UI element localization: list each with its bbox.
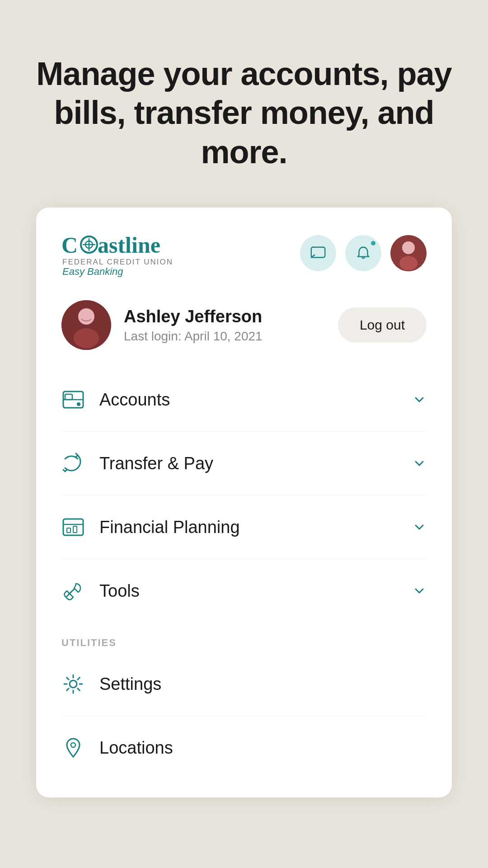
user-details: Ashley Jefferson Last login: April 10, 2… bbox=[124, 307, 263, 344]
svg-point-10 bbox=[399, 256, 418, 270]
menu-item-settings[interactable]: Settings bbox=[61, 652, 427, 716]
tools-chevron bbox=[412, 584, 427, 598]
user-section: Ashley Jefferson Last login: April 10, 2… bbox=[36, 291, 452, 368]
logo-svg: C astline bbox=[61, 229, 161, 261]
logo: C astline FEDERAL CREDIT UNION Easy Bank… bbox=[61, 229, 173, 277]
transfer-icon bbox=[61, 452, 85, 475]
utilities-label: UTILITIES bbox=[36, 623, 452, 652]
transfer-chevron bbox=[412, 456, 427, 471]
menu-item-tools[interactable]: Tools bbox=[61, 559, 427, 623]
locations-label: Locations bbox=[99, 738, 427, 758]
svg-point-12 bbox=[78, 308, 94, 325]
svg-rect-16 bbox=[65, 394, 72, 400]
svg-text:C: C bbox=[61, 232, 78, 258]
user-last-login: Last login: April 10, 2021 bbox=[124, 329, 263, 344]
svg-text:astline: astline bbox=[98, 232, 160, 258]
card-header: C astline FEDERAL CREDIT UNION Easy Bank… bbox=[36, 208, 452, 291]
svg-point-14 bbox=[74, 328, 99, 348]
svg-point-18 bbox=[77, 402, 80, 406]
utilities-list: Settings Locations bbox=[36, 652, 452, 779]
locations-icon bbox=[61, 736, 85, 760]
hero-section: Manage your accounts, pay bills, transfe… bbox=[0, 0, 488, 208]
svg-rect-22 bbox=[73, 526, 77, 533]
main-card: C astline FEDERAL CREDIT UNION Easy Bank… bbox=[36, 208, 452, 797]
notification-icon bbox=[355, 245, 372, 262]
chat-button[interactable] bbox=[300, 235, 336, 271]
user-avatar bbox=[61, 300, 111, 350]
user-info: Ashley Jefferson Last login: April 10, 2… bbox=[61, 300, 263, 350]
transfer-label: Transfer & Pay bbox=[99, 454, 398, 473]
user-avatar-icon bbox=[61, 300, 111, 350]
accounts-icon bbox=[61, 388, 85, 411]
logout-button[interactable]: Log out bbox=[338, 307, 427, 343]
tools-label: Tools bbox=[99, 581, 398, 601]
logo-name-row: C astline bbox=[61, 229, 173, 261]
notification-button[interactable] bbox=[345, 235, 381, 271]
header-icons bbox=[300, 235, 427, 271]
menu-item-transfer-pay[interactable]: Transfer & Pay bbox=[61, 432, 427, 495]
menu-item-financial-planning[interactable]: Financial Planning bbox=[61, 495, 427, 559]
chat-icon bbox=[310, 245, 327, 262]
menu-list: Accounts Transfer & Pay bbox=[36, 368, 452, 623]
user-name: Ashley Jefferson bbox=[124, 307, 263, 326]
tools-icon bbox=[61, 579, 85, 603]
header-avatar[interactable] bbox=[390, 235, 427, 271]
menu-item-accounts[interactable]: Accounts bbox=[61, 368, 427, 432]
header-avatar-icon bbox=[390, 235, 427, 271]
financial-chevron bbox=[412, 520, 427, 534]
menu-item-locations[interactable]: Locations bbox=[61, 716, 427, 779]
financial-icon bbox=[61, 515, 85, 539]
svg-point-23 bbox=[70, 680, 77, 688]
notification-dot bbox=[370, 240, 377, 247]
settings-label: Settings bbox=[99, 675, 427, 694]
settings-icon bbox=[61, 672, 85, 696]
svg-point-8 bbox=[402, 241, 415, 254]
accounts-label: Accounts bbox=[99, 390, 398, 410]
logo-subtitle: FEDERAL CREDIT UNION bbox=[61, 258, 173, 266]
hero-title: Manage your accounts, pay bills, transfe… bbox=[27, 54, 461, 171]
svg-point-24 bbox=[71, 743, 75, 747]
financial-planning-label: Financial Planning bbox=[99, 518, 398, 537]
logo-tagline: Easy Banking bbox=[61, 267, 173, 277]
svg-rect-21 bbox=[67, 528, 70, 533]
accounts-chevron bbox=[412, 392, 427, 407]
